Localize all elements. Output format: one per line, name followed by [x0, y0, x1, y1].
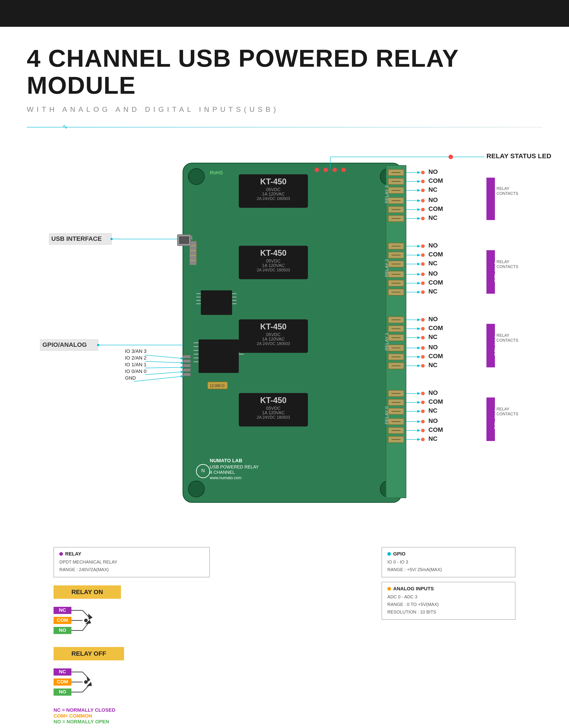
- svg-text:2A 24VDC  180503: 2A 24VDC 180503: [257, 268, 290, 272]
- bottom-section: RELAY DPDT MECHANICAL RELAY RANGE : 240V…: [27, 547, 542, 725]
- svg-line-183: [145, 367, 183, 368]
- svg-marker-106: [417, 171, 421, 174]
- r2-nc-label: NC: [428, 288, 437, 295]
- numato-line3: 4 CHANNEL: [210, 470, 235, 475]
- svg-marker-139: [417, 291, 421, 293]
- svg-point-178: [97, 344, 99, 346]
- analog-legend-title: ANALOG INPUTS: [393, 586, 434, 592]
- relay-off-diagram: NC COM NO: [54, 666, 210, 703]
- relay-bullet: [59, 552, 63, 556]
- board-svg: RoHS P1: [27, 145, 569, 525]
- relay-legend-line1: DPDT MECHANICAL RELAY: [59, 558, 204, 566]
- ic-chip-u2: [201, 290, 232, 315]
- svg-text:KT-450: KT-450: [260, 177, 287, 186]
- svg-text:KT-450: KT-450: [260, 322, 287, 331]
- relay-on-diagram: NC COM NO: [54, 605, 210, 641]
- svg-marker-115: [417, 199, 421, 202]
- svg-point-2: [188, 481, 204, 497]
- status-led-2: [324, 168, 328, 172]
- svg-marker-154: [417, 356, 421, 358]
- svg-point-134: [421, 272, 425, 276]
- relay1-contacts-sub: CONTACTS: [496, 338, 518, 343]
- svg-text:2A 24VDC  180503: 2A 24VDC 180503: [257, 415, 290, 420]
- top-bar: [0, 0, 569, 27]
- board-diagram: RoHS P1: [27, 145, 542, 525]
- svg-text:1A 120VAC: 1A 120VAC: [262, 410, 285, 415]
- svg-marker-118: [417, 208, 421, 211]
- svg-rect-10: [179, 236, 189, 244]
- svg-point-146: [421, 327, 425, 331]
- svg-text:KT-450: KT-450: [260, 396, 287, 405]
- left-legend: RELAY DPDT MECHANICAL RELAY RANGE : 240V…: [54, 547, 210, 725]
- svg-text:05VDC: 05VDC: [266, 258, 280, 263]
- svg-marker-172: [417, 429, 421, 432]
- svg-rect-9: [190, 261, 196, 265]
- r2-com-label: COM: [428, 279, 443, 286]
- svg-marker-148: [417, 336, 421, 339]
- gpio-annotation-text: GPIO/ANALOG: [42, 341, 87, 348]
- relay-legend-title: RELAY: [65, 551, 81, 557]
- r3-no-label: NO: [428, 168, 438, 175]
- svg-rect-30: [183, 355, 191, 358]
- svg-marker-121: [417, 217, 421, 220]
- r1-no-label: NO: [428, 344, 438, 351]
- r0-no-label: NO: [428, 417, 438, 424]
- svg-text:1A 120VAC: 1A 120VAC: [262, 191, 285, 196]
- analog-legend-line3: RESOLUTION : 10 BITS: [387, 608, 510, 616]
- r1-nc-top-label: NC: [428, 333, 437, 340]
- svg-marker-133: [417, 273, 421, 276]
- svg-rect-31: [183, 360, 191, 363]
- svg-point-164: [421, 401, 425, 404]
- svg-marker-112: [417, 189, 421, 192]
- com-full-text: COM= COMMON: [54, 713, 210, 719]
- usb-annotation-text: USB INTERFACE: [51, 235, 102, 242]
- svg-point-173: [421, 429, 425, 432]
- relay-off-indicator: RELAY OFF: [54, 647, 124, 660]
- svg-line-201: [83, 623, 88, 630]
- svg-point-99: [449, 155, 453, 159]
- gpio-pin-3: IO 3/AN 3: [125, 348, 147, 354]
- relay2-board-label: RELAY 2: [384, 259, 389, 277]
- page-subtitle: WITH ANALOG AND DIGITAL INPUTS(USB): [27, 105, 542, 114]
- svg-marker-145: [417, 327, 421, 330]
- svg-point-152: [421, 346, 425, 350]
- status-led-1: [332, 168, 337, 172]
- svg-marker-142: [417, 318, 421, 321]
- svg-marker-130: [417, 263, 421, 265]
- r1-com-top-label: COM: [428, 324, 443, 331]
- svg-text:NO: NO: [59, 689, 66, 695]
- svg-marker-175: [417, 438, 421, 441]
- analog-bullet: [387, 587, 391, 591]
- relay2-contacts-label: RELAY: [496, 260, 509, 264]
- svg-point-137: [421, 281, 425, 285]
- svg-line-179: [145, 355, 183, 358]
- relay1-contacts-label: RELAY: [496, 333, 509, 338]
- svg-point-167: [421, 410, 425, 413]
- svg-text:1A 120VAC: 1A 120VAC: [262, 263, 285, 268]
- svg-point-197: [84, 619, 88, 622]
- svg-rect-7: [190, 251, 196, 255]
- analog-legend-item: ANALOG INPUTS ADC 0 - ADC 3 RANGE : 0 TO…: [382, 582, 515, 620]
- r1-com-label: COM: [428, 353, 443, 360]
- svg-text:05VDC: 05VDC: [266, 406, 280, 411]
- analog-legend-line1: ADC 0 - ADC 3: [387, 593, 510, 601]
- svg-rect-8: [190, 256, 196, 260]
- relay3-label-box: [486, 178, 495, 220]
- r3-no2-label: NO: [428, 196, 438, 203]
- r2-no-label: NO: [428, 270, 438, 277]
- r1-no-top-label: NO: [428, 316, 438, 322]
- analog-legend-line2: RANGE : 0 TO +5V(MAX): [387, 601, 510, 608]
- svg-point-161: [421, 392, 425, 395]
- svg-text:KT-450: KT-450: [260, 248, 287, 258]
- svg-text:12.000 O: 12.000 O: [210, 384, 224, 388]
- svg-text:1A 120VAC: 1A 120VAC: [262, 337, 285, 341]
- right-legend: GPIO IO 0 - IO 3 RANGE : +5V/ 25mA(MAX) …: [382, 547, 515, 624]
- r3-nc-top-label: NC: [428, 186, 437, 193]
- gpio-legend-line2: RANGE : +5V/ 25mA(MAX): [387, 566, 510, 573]
- gpio-legend-item: GPIO IO 0 - IO 3 RANGE : +5V/ 25mA(MAX): [382, 547, 515, 577]
- svg-line-185: [145, 372, 183, 375]
- svg-marker-163: [417, 401, 421, 404]
- svg-point-149: [421, 336, 425, 339]
- r1-nc-label: NC: [428, 362, 437, 368]
- svg-point-113: [421, 189, 425, 192]
